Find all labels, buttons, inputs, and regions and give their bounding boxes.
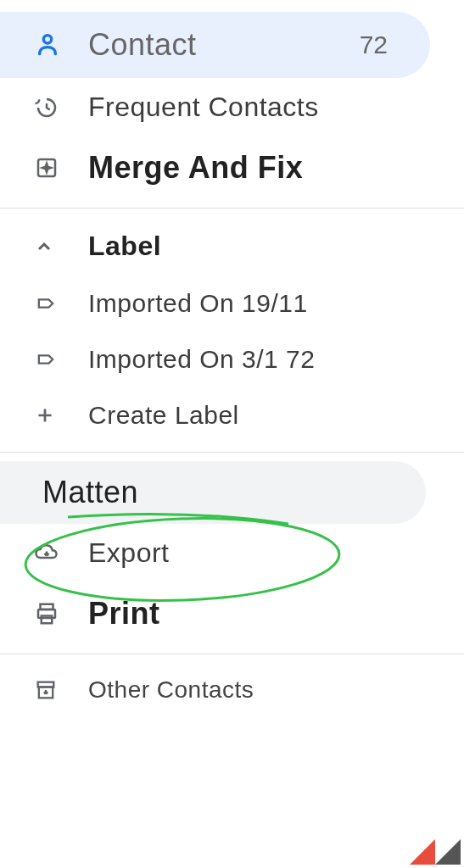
divider [0, 452, 464, 453]
frequent-label: Frequent Contacts [88, 92, 464, 123]
sidebar-item-contact[interactable]: Contact 72 [0, 12, 430, 78]
imported-label-1: Imported On 19/11 [88, 289, 464, 318]
svg-point-0 [43, 36, 51, 43]
print-icon [34, 601, 68, 626]
tag-icon [34, 292, 68, 315]
sidebar-item-frequent[interactable]: Frequent Contacts [0, 78, 464, 136]
person-icon [34, 31, 68, 58]
sidebar-item-print[interactable]: Print [0, 582, 464, 645]
clock-icon [34, 95, 68, 120]
create-label-text: Create Label [88, 401, 464, 430]
label-header-text: Label [88, 231, 464, 262]
plus-icon [34, 404, 68, 426]
sidebar-label-imported-1[interactable]: Imported On 19/11 [0, 275, 464, 331]
export-label: Export [88, 537, 464, 569]
cloud-download-icon [34, 541, 68, 566]
sidebar-item-other-contacts[interactable]: Other Contacts [0, 663, 464, 717]
other-contacts-label: Other Contacts [88, 676, 464, 704]
archive-icon [34, 678, 68, 702]
print-label: Print [88, 596, 464, 632]
sidebar-item-export[interactable]: Export [0, 524, 464, 582]
corner-logo-icon [410, 831, 461, 865]
chevron-up-icon [34, 236, 68, 257]
sidebar-item-create-label[interactable]: Create Label [0, 387, 464, 443]
sidebar-label-header[interactable]: Label [0, 217, 464, 275]
divider [0, 654, 464, 654]
merge-label: Merge And Fix [88, 150, 464, 186]
matten-label: Matten [42, 475, 426, 510]
divider [0, 208, 464, 209]
contact-count: 72 [360, 31, 388, 59]
sidebar-label-imported-2[interactable]: Imported On 3/1 72 [0, 331, 464, 387]
contact-label: Contact [88, 27, 360, 63]
imported-label-2: Imported On 3/1 72 [88, 345, 464, 374]
sidebar-item-matten[interactable]: Matten [0, 461, 426, 524]
sidebar-item-merge[interactable]: Merge And Fix [0, 136, 464, 199]
sparkle-icon [34, 155, 68, 181]
tag-icon [34, 348, 68, 371]
